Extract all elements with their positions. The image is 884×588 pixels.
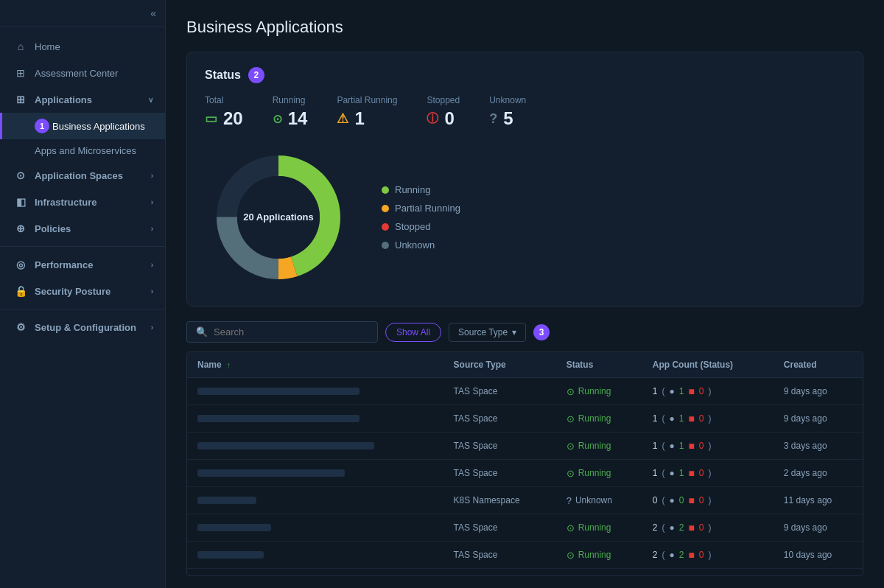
cell-status: ⊙ Running [556,460,642,487]
counter-total: Total ▭ 20 [205,95,243,129]
sidebar-item-setup-configuration[interactable]: ⚙ Setup & Configuration › [0,314,165,340]
performance-icon: ◎ [14,259,27,270]
counter-running: Running ⊙ 14 [273,95,308,129]
status-icon: ⊙ [566,413,575,424]
policies-icon: ⊕ [14,223,27,234]
table-row[interactable]: K8S Namespace ⊙ Running 5 ( ● 5 ■ 0 ) 11… [187,569,863,577]
name-redacted [197,524,271,531]
show-all-button[interactable]: Show All [385,323,441,342]
cell-status: ⊙ Running [556,433,642,460]
counter-running-value: ⊙ 14 [273,108,308,129]
status-label: Running [578,468,611,478]
sidebar-item-applications[interactable]: ⊞ Applications ∨ [0,86,165,113]
sidebar-header: « [0,0,165,27]
counter-total-number: 20 [223,108,243,129]
applications-chevron-icon: ∨ [148,96,153,104]
sort-icon[interactable]: ↑ [227,361,231,369]
status-label: Unknown [575,495,612,505]
status-icon: ⊙ [566,468,575,479]
sidebar-item-home[interactable]: ⌂ Home [0,33,165,60]
search-icon: 🔍 [196,326,208,337]
table-row[interactable]: TAS Space ⊙ Running 1 ( ● 1 ■ 0 ) 9 days… [187,378,863,405]
counter-unknown-label: Unknown [489,95,526,105]
svg-point-4 [237,176,320,259]
total-icon: ▭ [205,111,217,127]
cell-name [187,542,443,569]
sidebar-item-security-posture[interactable]: 🔒 Security Posture › [0,278,165,304]
sidebar-nav: ⌂ Home ⊞ Assessment Center ⊞ Application… [0,27,165,588]
setup-chevron-icon: › [151,323,153,332]
sidebar: « ⌂ Home ⊞ Assessment Center ⊞ Applicati… [0,0,166,588]
cell-source-type: TAS Space [443,542,556,569]
table-row[interactable]: TAS Space ⊙ Running 2 ( ● 2 ■ 0 ) 10 day… [187,542,863,569]
legend-running: Running [382,184,460,195]
assessment-icon: ⊞ [14,67,27,79]
sidebar-item-infrastructure[interactable]: ◧ Infrastructure › [0,189,165,215]
table-row[interactable]: TAS Space ⊙ Running 1 ( ● 1 ■ 0 ) 2 days… [187,460,863,487]
legend-partial: Partial Running [382,203,460,214]
infrastructure-chevron-icon: › [151,198,153,206]
name-redacted [197,469,345,477]
search-input[interactable] [214,326,368,337]
applications-section: ⊞ Applications ∨ 1 Business Applications… [0,86,165,162]
cell-status: ? Unknown [556,487,642,514]
legend-stopped: Stopped [382,221,460,232]
sidebar-item-policies-label: Policies [35,223,144,234]
cell-created: 2 days ago [774,460,863,487]
legend-unknown-label: Unknown [395,239,435,251]
table-section: 🔍 Show All Source Type ▾ 3 Name ↑ Sou [186,321,863,576]
cell-created: 11 days ago [774,569,863,577]
counter-partial-label: Partial Running [337,95,397,105]
status-icon: ⊙ [566,550,575,561]
sidebar-item-performance-label: Performance [35,259,144,270]
sidebar-item-application-spaces-label: Application Spaces [35,170,144,181]
cell-source-type: TAS Space [443,514,556,542]
cell-name [187,378,443,405]
status-label: Running [578,413,611,424]
counter-stopped-label: Stopped [427,95,460,105]
legend-stopped-label: Stopped [395,221,430,232]
table-row[interactable]: K8S Namespace ? Unknown 0 ( ● 0 ■ 0 ) 11… [187,487,863,514]
cell-source-type: TAS Space [443,405,556,433]
sidebar-item-assessment-center[interactable]: ⊞ Assessment Center [0,60,165,86]
collapse-sidebar-button[interactable]: « [150,7,156,19]
cell-name [187,569,443,577]
table-controls: 🔍 Show All Source Type ▾ 3 [186,321,863,343]
status-icon: ⊙ [566,441,575,452]
sidebar-item-business-applications[interactable]: 1 Business Applications [0,113,165,139]
main-content: Business Applications Status 2 Total ▭ 2… [166,0,884,588]
table-row[interactable]: TAS Space ⊙ Running 2 ( ● 2 ■ 0 ) 9 days… [187,514,863,542]
filter-chevron-icon: ▾ [512,327,516,337]
sidebar-item-apps-microservices[interactable]: Apps and Microservices [0,139,165,162]
sidebar-item-setup-label: Setup & Configuration [35,322,144,333]
cell-name [187,405,443,433]
table-row[interactable]: TAS Space ⊙ Running 1 ( ● 1 ■ 0 ) 9 days… [187,405,863,433]
applications-icon: ⊞ [14,94,27,105]
source-type-filter-label: Source Type [458,327,508,337]
performance-chevron-icon: › [151,261,153,269]
sidebar-item-performance[interactable]: ◎ Performance › [0,251,165,278]
counter-unknown: Unknown ? 5 [489,95,526,129]
status-icon: ⊙ [566,522,575,533]
status-card: Status 2 Total ▭ 20 Running ⊙ 14 Partial… [186,52,863,307]
sidebar-item-application-spaces[interactable]: ⊙ Application Spaces › [0,162,165,189]
col-status: Status [556,352,642,378]
status-label: Running [578,522,611,533]
cell-app-count: 1 ( ● 1 ■ 0 ) [642,378,774,405]
search-box[interactable]: 🔍 [186,321,378,343]
unknown-icon: ? [489,111,497,127]
counter-partial-value: ⚠ 1 [337,108,397,129]
counter-running-label: Running [273,95,308,105]
source-type-filter-button[interactable]: Source Type ▾ [449,323,526,342]
chart-legend: Running Partial Running Stopped Unknown [382,184,460,251]
table-row[interactable]: TAS Space ⊙ Running 1 ( ● 1 ■ 0 ) 3 days… [187,433,863,460]
col-created: Created [774,352,863,378]
cell-created: 10 days ago [774,542,863,569]
status-icon: ⊙ [566,386,575,397]
legend-running-label: Running [395,184,430,195]
security-posture-icon: 🔒 [14,285,27,297]
sidebar-item-policies[interactable]: ⊕ Policies › [0,215,165,242]
counter-stopped-number: 0 [444,108,454,129]
cell-app-count: 2 ( ● 2 ■ 0 ) [642,542,774,569]
cell-status: ⊙ Running [556,542,642,569]
